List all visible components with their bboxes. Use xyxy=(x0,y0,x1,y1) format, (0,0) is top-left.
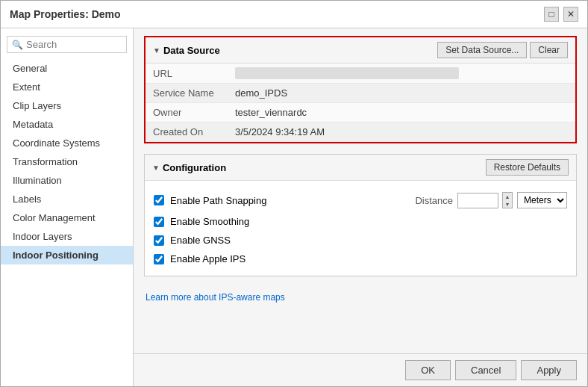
url-value xyxy=(228,64,575,84)
enable-path-snapping-checkbox[interactable] xyxy=(154,195,164,205)
learn-more-link[interactable]: Learn more about IPS-aware maps xyxy=(146,289,285,306)
sidebar-item-coordinate-systems[interactable]: Coordinate Systems xyxy=(1,134,133,152)
dialog-body: 🔍 General Extent Clip Layers Metadata Co… xyxy=(1,28,587,386)
sidebar-item-illumination[interactable]: Illumination xyxy=(1,171,133,190)
sidebar: 🔍 General Extent Clip Layers Metadata Co… xyxy=(1,28,134,386)
spinner-up-icon[interactable]: ▲ xyxy=(503,193,512,200)
configuration-title: ▼ Configuration xyxy=(152,162,226,173)
data-source-section: ▼ Data Source Set Data Source... Clear U… xyxy=(144,36,577,143)
distance-input[interactable]: 5.0 xyxy=(457,193,498,208)
configuration-body: Enable Path Snapping Distance 5.0 ▲ ▼ xyxy=(145,181,576,276)
table-row-owner: Owner tester_viennardc xyxy=(146,103,575,123)
enable-path-snapping-label: Enable Path Snapping xyxy=(170,195,266,206)
dialog-footer: OK Cancel Apply xyxy=(134,353,587,386)
clear-button[interactable]: Clear xyxy=(530,42,568,58)
owner-label: Owner xyxy=(146,103,228,123)
sidebar-item-color-management[interactable]: Color Management xyxy=(1,208,133,227)
path-snapping-left: Enable Path Snapping xyxy=(154,195,266,206)
apply-button[interactable]: Apply xyxy=(521,360,577,380)
sidebar-item-indoor-layers[interactable]: Indoor Layers xyxy=(1,227,133,246)
data-source-title: ▼ Data Source xyxy=(153,45,220,56)
enable-smoothing-checkbox[interactable] xyxy=(154,217,164,227)
learn-more-container: Learn more about IPS-aware maps xyxy=(144,287,577,307)
spinner-down-icon[interactable]: ▼ xyxy=(503,200,512,208)
title-bar: Map Properties: Demo □ ✕ xyxy=(1,1,587,28)
cancel-button[interactable]: Cancel xyxy=(455,360,516,380)
config-chevron: ▼ xyxy=(152,164,160,172)
configuration-header: ▼ Configuration Restore Defaults xyxy=(145,155,576,181)
owner-value: tester_viennardc xyxy=(228,103,575,123)
path-snapping-row: Enable Path Snapping Distance 5.0 ▲ ▼ xyxy=(154,188,567,212)
enable-gnss-checkbox[interactable] xyxy=(154,235,164,246)
sidebar-item-labels[interactable]: Labels xyxy=(1,190,133,208)
enable-gnss-label: Enable GNSS xyxy=(170,235,231,246)
set-data-source-button[interactable]: Set Data Source... xyxy=(437,42,527,58)
search-icon: 🔍 xyxy=(12,40,23,50)
data-source-table: URL Service Name demo_IPDS Owner tester_… xyxy=(146,64,575,142)
sidebar-item-clip-layers[interactable]: Clip Layers xyxy=(1,96,133,115)
enable-smoothing-label: Enable Smoothing xyxy=(170,216,249,227)
main-area: ▼ Data Source Set Data Source... Clear U… xyxy=(134,28,587,386)
created-on-label: Created On xyxy=(146,123,228,142)
data-source-buttons: Set Data Source... Clear xyxy=(437,42,568,58)
sidebar-item-indoor-positioning[interactable]: Indoor Positioning xyxy=(1,246,133,264)
unit-select[interactable]: Meters Feet xyxy=(517,192,567,208)
data-source-header: ▼ Data Source Set Data Source... Clear xyxy=(146,37,575,64)
table-row-url: URL xyxy=(146,64,575,84)
enable-apple-ips-label: Enable Apple IPS xyxy=(170,253,245,264)
apple-ips-row: Enable Apple IPS xyxy=(154,250,567,268)
sidebar-item-extent[interactable]: Extent xyxy=(1,78,133,96)
configuration-section: ▼ Configuration Restore Defaults Enable … xyxy=(144,154,577,276)
enable-apple-ips-checkbox[interactable] xyxy=(154,254,164,264)
table-row-service-name: Service Name demo_IPDS xyxy=(146,84,575,103)
dialog-title: Map Properties: Demo xyxy=(10,8,121,20)
url-label: URL xyxy=(146,64,228,84)
search-input[interactable] xyxy=(26,39,151,50)
distance-controls: Distance 5.0 ▲ ▼ Meters Feet xyxy=(415,192,567,208)
sidebar-item-metadata[interactable]: Metadata xyxy=(1,115,133,134)
created-on-value: 3/5/2024 9:34:19 AM xyxy=(228,123,575,142)
close-button[interactable]: ✕ xyxy=(563,7,578,22)
dialog-window: Map Properties: Demo □ ✕ 🔍 General Exten… xyxy=(0,0,588,387)
distance-label: Distance xyxy=(415,195,453,206)
search-box: 🔍 xyxy=(7,36,127,53)
smoothing-row: Enable Smoothing xyxy=(154,212,567,231)
title-controls: □ ✕ xyxy=(544,7,578,22)
ok-button[interactable]: OK xyxy=(405,360,451,380)
table-row-created-on: Created On 3/5/2024 9:34:19 AM xyxy=(146,123,575,142)
sidebar-item-transformation[interactable]: Transformation xyxy=(1,152,133,171)
url-bar xyxy=(235,67,459,79)
data-source-chevron: ▼ xyxy=(153,46,160,55)
sidebar-item-general[interactable]: General xyxy=(1,59,133,78)
restore-defaults-button[interactable]: Restore Defaults xyxy=(486,159,569,176)
minimize-button[interactable]: □ xyxy=(544,7,559,22)
main-content: ▼ Data Source Set Data Source... Clear U… xyxy=(134,28,587,353)
service-name-value: demo_IPDS xyxy=(228,84,575,103)
distance-spinner[interactable]: ▲ ▼ xyxy=(502,192,513,208)
gnss-row: Enable GNSS xyxy=(154,231,567,250)
service-name-label: Service Name xyxy=(146,84,228,103)
